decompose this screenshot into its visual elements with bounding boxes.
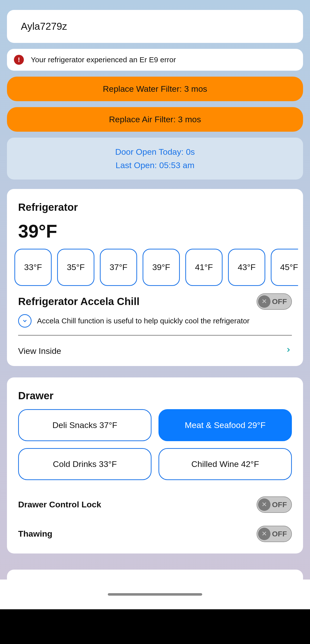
last-open: Last Open: 05:53 am: [15, 158, 295, 172]
chevron-right-icon: [285, 345, 292, 357]
x-icon: ✕: [258, 295, 270, 308]
water-filter-alert[interactable]: Replace Water Filter: 3 mos: [7, 77, 303, 101]
chevron-down-icon[interactable]: [18, 314, 32, 328]
next-section-peek: [7, 570, 303, 580]
view-inside-link[interactable]: View Inside: [18, 336, 292, 357]
temp-selector[interactable]: 33°F 35°F 37°F 39°F 41°F 43°F 45°F: [15, 249, 303, 286]
fridge-title: Refrigerator: [18, 201, 292, 213]
home-indicator[interactable]: [108, 593, 202, 596]
drawer-title: Drawer: [18, 390, 292, 402]
error-icon: !: [14, 55, 24, 65]
thawing-toggle[interactable]: ✕ OFF: [257, 526, 292, 542]
door-info-panel[interactable]: Door Open Today: 0s Last Open: 05:53 am: [7, 138, 303, 180]
bottom-black-bar: [0, 609, 310, 644]
drawer-section: Drawer Deli Snacks 37°F Meat & Seafood 2…: [7, 378, 303, 554]
air-filter-alert[interactable]: Replace Air Filter: 3 mos: [7, 107, 303, 132]
view-inside-label: View Inside: [18, 346, 61, 356]
accela-description: Accela Chill function is useful to help …: [37, 317, 249, 325]
drawer-option-wine[interactable]: Chilled Wine 42°F: [159, 448, 292, 480]
drawer-option-drinks[interactable]: Cold Drinks 33°F: [18, 448, 151, 480]
accela-chill-title: Refrigerator Accela Chill: [18, 296, 139, 308]
temp-option[interactable]: 33°F: [15, 249, 52, 286]
toggle-state: OFF: [272, 500, 289, 509]
drawer-option-meat[interactable]: Meat & Seafood 29°F: [159, 409, 292, 441]
x-icon: ✕: [258, 528, 270, 540]
device-name: Ayla7279z: [7, 10, 303, 43]
toggle-state: OFF: [272, 530, 289, 538]
temp-option[interactable]: 45°F: [271, 249, 298, 286]
x-icon: ✕: [258, 498, 270, 511]
gesture-bar: [0, 580, 310, 609]
door-open-today: Door Open Today: 0s: [15, 145, 295, 158]
refrigerator-section: Refrigerator 39°F 33°F 35°F 37°F 39°F 41…: [7, 189, 303, 366]
accela-chill-toggle[interactable]: ✕ OFF: [257, 293, 292, 310]
temp-option[interactable]: 37°F: [100, 249, 137, 286]
temp-option[interactable]: 43°F: [228, 249, 265, 286]
temp-option[interactable]: 35°F: [57, 249, 94, 286]
drawer-option-deli[interactable]: Deli Snacks 37°F: [18, 409, 151, 441]
temp-option[interactable]: 41°F: [185, 249, 223, 286]
device-header[interactable]: Ayla7279z: [7, 10, 303, 43]
temp-option[interactable]: 39°F: [142, 249, 180, 286]
current-temp: 39°F: [18, 221, 292, 242]
error-banner[interactable]: ! Your refrigerator experienced an Er E9…: [7, 49, 303, 71]
toggle-state: OFF: [272, 297, 289, 306]
thawing-label: Thawing: [18, 529, 52, 538]
control-lock-toggle[interactable]: ✕ OFF: [257, 496, 292, 513]
control-lock-label: Drawer Control Lock: [18, 500, 101, 509]
error-message: Your refrigerator experienced an Er E9 e…: [31, 56, 176, 64]
